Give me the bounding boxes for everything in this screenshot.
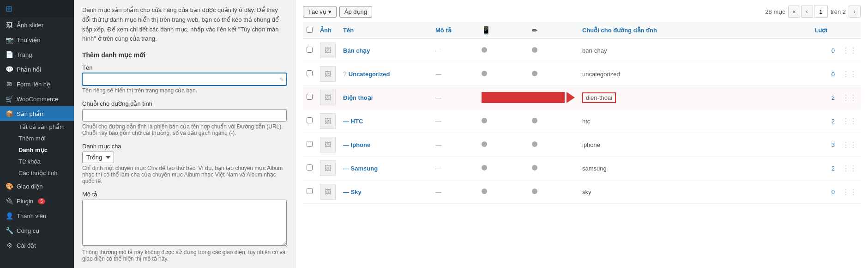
- sidebar-item-anh-slider[interactable]: 🖼 Ảnh slider: [0, 18, 74, 32]
- dot1-cell: [478, 86, 579, 110]
- sidebar-item-plugin[interactable]: 🔌 Plugin 5: [0, 194, 74, 208]
- danh-muc-cha-group: Danh mục cha Trống Chỉ định một chuyên m…: [82, 143, 287, 184]
- sidebar-item-label: Trang: [17, 51, 32, 58]
- drag-handle[interactable]: ⋮⋮: [842, 164, 857, 172]
- sidebar-item-woocommerce[interactable]: 🛒 WooCommerce: [0, 91, 74, 106]
- category-name[interactable]: — HTC: [343, 118, 363, 125]
- first-page-button[interactable]: «: [788, 6, 800, 18]
- image-icon: 🖼: [6, 21, 13, 29]
- row-checkbox[interactable]: [307, 164, 313, 171]
- sidebar-sub-label: Danh mục: [18, 146, 48, 153]
- sidebar-item-san-pham[interactable]: 📦 Sản phẩm: [0, 106, 74, 121]
- desc-cell: —: [432, 157, 478, 180]
- category-name[interactable]: Điện thoại: [343, 94, 373, 101]
- categories-table: Ảnh Tên Mô tả 📱 ✏ Chuỗi cho đường dẫn tĩ…: [303, 22, 861, 204]
- row-checkbox[interactable]: [307, 94, 313, 100]
- chevron-down-icon: ▾: [328, 8, 332, 15]
- col-name-header[interactable]: Tên: [339, 22, 432, 39]
- sidebar-item-form-lien-he[interactable]: ✉ Form liên hệ: [0, 77, 74, 91]
- category-name[interactable]: — Sky: [343, 189, 362, 195]
- sidebar-item-thanh-vien[interactable]: 👤 Thành viên: [0, 208, 74, 223]
- ten-input-wrapper: ✎: [82, 73, 287, 85]
- count-cell[interactable]: 2: [811, 86, 838, 110]
- sidebar-item-tat-ca-sp[interactable]: Tất cả sản phẩm: [13, 121, 74, 133]
- row-checkbox[interactable]: [307, 70, 313, 76]
- sidebar-item-danh-muc[interactable]: Danh mục: [13, 144, 74, 156]
- row-checkbox[interactable]: [307, 47, 313, 53]
- select-all-checkbox[interactable]: [307, 27, 313, 33]
- count-link[interactable]: 2: [832, 94, 835, 101]
- pen-icon: ✏: [532, 27, 537, 34]
- drag-handle[interactable]: ⋮⋮: [842, 141, 857, 149]
- wp-logo-icon: ⊞: [6, 4, 12, 14]
- plugin-badge: 5: [38, 198, 45, 204]
- desc-cell: —: [432, 110, 478, 133]
- next-page-button[interactable]: ›: [849, 6, 861, 18]
- row-checkbox[interactable]: [307, 117, 313, 123]
- row-checkbox[interactable]: [307, 188, 313, 194]
- count-link[interactable]: 0: [832, 47, 835, 54]
- theme-icon: 🎨: [6, 183, 13, 190]
- sidebar-item-thu-vien[interactable]: 📷 Thư viện: [0, 32, 74, 47]
- count-link[interactable]: 3: [832, 141, 835, 148]
- count-link[interactable]: 2: [832, 165, 835, 172]
- count-link[interactable]: 2: [832, 118, 835, 125]
- drag-handle[interactable]: ⋮⋮: [842, 117, 857, 125]
- action-label: Tác vụ: [308, 8, 326, 15]
- sidebar-submenu-san-pham: Tất cả sản phẩm Thêm mới Danh mục Từ khó…: [0, 121, 74, 179]
- count-cell[interactable]: 0: [811, 180, 838, 204]
- table-row: 🖼— Iphone—iphone3⋮⋮: [303, 133, 861, 157]
- table-row: 🖼— HTC—htc2⋮⋮: [303, 110, 861, 133]
- count-cell[interactable]: 0: [811, 39, 838, 62]
- page-input[interactable]: [814, 6, 828, 18]
- sidebar-item-label: Plugin: [17, 198, 33, 205]
- table-row: 🖼— Sky—sky0⋮⋮: [303, 180, 861, 204]
- drag-handle[interactable]: ⋮⋮: [842, 47, 857, 55]
- category-name[interactable]: Uncategorized: [349, 71, 390, 78]
- dot2-cell: [528, 62, 579, 86]
- thumbnail: 🖼: [320, 137, 336, 152]
- dot1-cell: [478, 39, 528, 62]
- sidebar-item-them-moi[interactable]: Thêm mới: [13, 133, 74, 144]
- action-dropdown[interactable]: Tác vụ ▾: [303, 6, 337, 18]
- mo-ta-textarea[interactable]: [82, 200, 287, 246]
- count-link[interactable]: 0: [832, 189, 835, 195]
- drag-handle[interactable]: ⋮⋮: [842, 70, 857, 78]
- settings-icon: ⚙: [6, 242, 13, 249]
- count-cell[interactable]: 0: [811, 62, 838, 86]
- col-slug-header[interactable]: Chuỗi cho đường dẫn tĩnh: [579, 22, 811, 39]
- sidebar-item-cac-thuoc-tinh[interactable]: Các thuộc tính: [13, 167, 74, 179]
- drag-handle[interactable]: ⋮⋮: [842, 188, 857, 196]
- row-checkbox[interactable]: [307, 141, 313, 147]
- category-name[interactable]: Bán chạy: [343, 47, 370, 54]
- slug-value: ban-chay: [582, 47, 607, 54]
- sidebar-item-phan-hoi[interactable]: 💬 Phản hồi: [0, 62, 74, 77]
- slug-cell: sky: [579, 180, 811, 204]
- col-desc-header[interactable]: Mô tả: [432, 22, 478, 39]
- sidebar-item-label: Thư viện: [17, 37, 40, 43]
- sidebar-item-label: WooCommerce: [17, 96, 58, 103]
- count-link[interactable]: 0: [832, 71, 835, 78]
- sidebar-item-cai-dat[interactable]: ⚙ Cài đặt: [0, 238, 74, 253]
- drag-handle[interactable]: ⋮⋮: [842, 94, 857, 102]
- sidebar-item-giao-dien[interactable]: 🎨 Giao diện: [0, 179, 74, 194]
- sidebar-item-trang[interactable]: 📄 Trang: [0, 47, 74, 62]
- count-cell[interactable]: 2: [811, 110, 838, 133]
- sidebar-item-cong-cu[interactable]: 🔧 Công cụ: [0, 223, 74, 238]
- count-cell[interactable]: 3: [811, 133, 838, 157]
- danh-muc-cha-select[interactable]: Trống: [82, 152, 114, 163]
- count-cell[interactable]: 2: [811, 157, 838, 180]
- category-name[interactable]: — Iphone: [343, 141, 370, 148]
- category-name[interactable]: — Samsung: [343, 165, 378, 172]
- chuoi-input[interactable]: [82, 109, 287, 122]
- slug-value: dien-thoai: [582, 92, 616, 103]
- prev-page-button[interactable]: ‹: [801, 6, 813, 18]
- apply-button[interactable]: Áp dụng: [339, 6, 372, 18]
- ten-input[interactable]: [82, 73, 287, 85]
- chuoi-hint: Chuỗi cho đường dẫn tĩnh là phiên bản củ…: [82, 123, 287, 136]
- pagination: « ‹ trên 2 ›: [788, 6, 861, 18]
- col-count-header[interactable]: Lượt: [811, 22, 838, 39]
- toolbar-right: 28 mục « ‹ trên 2 ›: [765, 6, 861, 18]
- sidebar-item-tu-khoa[interactable]: Từ khóa: [13, 156, 74, 167]
- status-dot1: [482, 141, 487, 147]
